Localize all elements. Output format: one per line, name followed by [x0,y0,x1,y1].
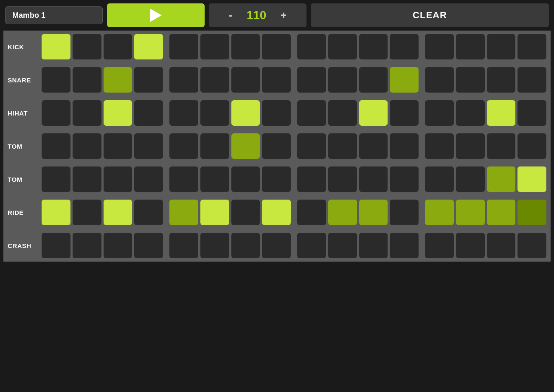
beat-btn-2-15[interactable] [517,100,546,126]
beat-btn-2-5[interactable] [200,100,229,126]
beat-btn-4-7[interactable] [262,166,291,192]
beat-btn-6-5[interactable] [200,233,229,258]
beat-btn-0-7[interactable] [262,34,291,59]
beat-btn-5-6[interactable] [231,200,260,225]
beat-btn-4-14[interactable] [487,166,516,192]
beat-btn-3-11[interactable] [390,133,419,159]
beat-btn-0-4[interactable] [169,34,198,59]
beat-btn-6-6[interactable] [231,233,260,258]
beat-btn-5-0[interactable] [42,200,70,225]
beat-btn-2-4[interactable] [169,100,198,126]
beat-btn-3-13[interactable] [456,133,485,159]
beat-btn-6-0[interactable] [42,233,70,258]
beat-btn-1-0[interactable] [42,67,70,93]
beat-btn-1-12[interactable] [425,67,454,93]
beat-btn-6-15[interactable] [517,233,546,258]
beat-btn-0-15[interactable] [517,34,546,59]
beat-btn-2-12[interactable] [425,100,454,126]
beat-btn-3-15[interactable] [517,133,546,159]
beat-btn-1-1[interactable] [73,67,101,93]
beat-btn-6-13[interactable] [456,233,485,258]
beat-btn-2-9[interactable] [328,100,357,126]
beat-btn-5-8[interactable] [297,200,326,225]
beat-btn-0-14[interactable] [487,34,516,59]
beat-btn-3-0[interactable] [42,133,70,159]
beat-btn-0-9[interactable] [328,34,357,59]
beat-btn-2-11[interactable] [390,100,419,126]
beat-btn-6-1[interactable] [73,233,101,258]
beat-btn-2-6[interactable] [231,100,260,126]
beat-btn-3-2[interactable] [104,133,132,159]
beat-btn-5-5[interactable] [200,200,229,225]
beat-btn-1-14[interactable] [487,67,516,93]
beat-btn-4-11[interactable] [390,166,419,192]
beat-btn-3-10[interactable] [359,133,388,159]
beat-btn-1-15[interactable] [517,67,546,93]
beat-btn-6-12[interactable] [425,233,454,258]
beat-btn-3-12[interactable] [425,133,454,159]
beat-btn-1-13[interactable] [456,67,485,93]
beat-btn-3-8[interactable] [297,133,326,159]
beat-btn-2-3[interactable] [134,100,163,126]
beat-btn-4-1[interactable] [73,166,101,192]
beat-btn-5-4[interactable] [169,200,198,225]
beat-btn-6-8[interactable] [297,233,326,258]
beat-btn-3-7[interactable] [262,133,291,159]
beat-btn-2-0[interactable] [42,100,70,126]
beat-btn-5-14[interactable] [487,200,516,225]
beat-btn-5-3[interactable] [134,200,163,225]
beat-btn-0-5[interactable] [200,34,229,59]
beat-btn-5-2[interactable] [104,200,132,225]
beat-btn-0-3[interactable] [134,34,163,59]
beat-btn-4-2[interactable] [104,166,132,192]
beat-btn-6-11[interactable] [390,233,419,258]
beat-btn-6-7[interactable] [262,233,291,258]
beat-btn-4-8[interactable] [297,166,326,192]
beat-btn-2-13[interactable] [456,100,485,126]
tempo-increase-button[interactable]: + [275,8,292,23]
beat-btn-2-10[interactable] [359,100,388,126]
beat-btn-4-10[interactable] [359,166,388,192]
beat-btn-1-2[interactable] [104,67,132,93]
beat-btn-5-9[interactable] [328,200,357,225]
beat-btn-4-0[interactable] [42,166,70,192]
beat-btn-5-7[interactable] [262,200,291,225]
play-button[interactable] [107,3,205,27]
beat-btn-2-7[interactable] [262,100,291,126]
beat-btn-6-4[interactable] [169,233,198,258]
beat-btn-5-15[interactable] [517,200,546,225]
beat-btn-5-10[interactable] [359,200,388,225]
beat-btn-4-9[interactable] [328,166,357,192]
beat-btn-5-1[interactable] [73,200,101,225]
beat-btn-0-6[interactable] [231,34,260,59]
beat-btn-1-9[interactable] [328,67,357,93]
beat-btn-5-12[interactable] [425,200,454,225]
beat-btn-4-12[interactable] [425,166,454,192]
beat-btn-3-4[interactable] [169,133,198,159]
beat-btn-1-7[interactable] [262,67,291,93]
beat-btn-6-10[interactable] [359,233,388,258]
beat-btn-2-8[interactable] [297,100,326,126]
beat-btn-4-13[interactable] [456,166,485,192]
beat-btn-6-9[interactable] [328,233,357,258]
beat-btn-1-5[interactable] [200,67,229,93]
beat-btn-5-13[interactable] [456,200,485,225]
beat-btn-3-3[interactable] [134,133,163,159]
beat-btn-0-11[interactable] [390,34,419,59]
beat-btn-1-8[interactable] [297,67,326,93]
beat-btn-1-11[interactable] [390,67,419,93]
beat-btn-0-12[interactable] [425,34,454,59]
beat-btn-1-10[interactable] [359,67,388,93]
beat-btn-1-4[interactable] [169,67,198,93]
beat-btn-1-3[interactable] [134,67,163,93]
beat-btn-2-14[interactable] [487,100,516,126]
preset-select[interactable]: Mambo 1Mambo 2Bossa NovaSambaSalsaCustom [5,6,103,24]
beat-btn-2-2[interactable] [104,100,132,126]
beat-btn-6-3[interactable] [134,233,163,258]
beat-btn-2-1[interactable] [73,100,101,126]
beat-btn-3-9[interactable] [328,133,357,159]
beat-btn-4-6[interactable] [231,166,260,192]
beat-btn-3-6[interactable] [231,133,260,159]
beat-btn-0-1[interactable] [73,34,101,59]
beat-btn-0-0[interactable] [42,34,70,59]
